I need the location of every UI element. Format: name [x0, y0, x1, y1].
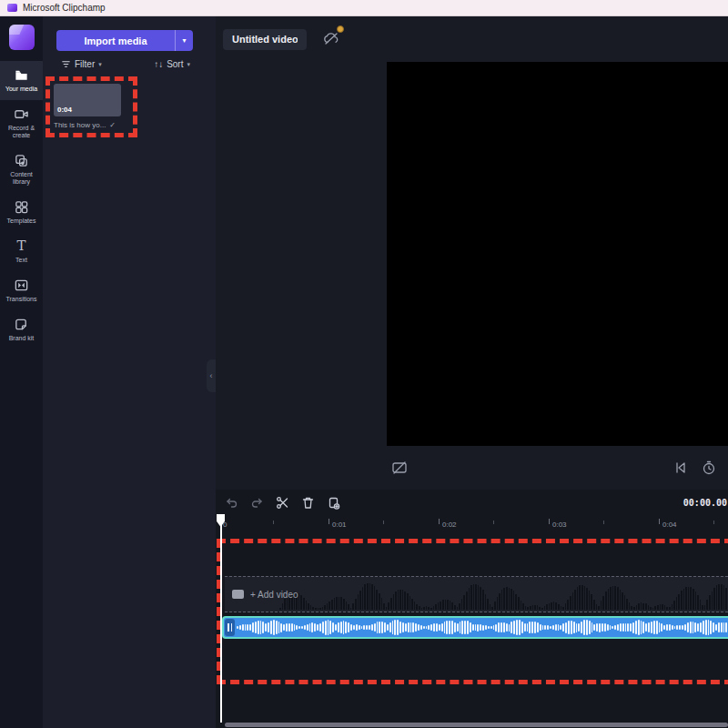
sidebar-item-label: Brand kit: [9, 335, 35, 342]
sidebar-item-label: Templates: [7, 217, 36, 225]
captions-toggle-button[interactable]: [391, 460, 408, 476]
redo-icon: [250, 496, 264, 510]
chevron-left-icon: ‹: [210, 371, 213, 380]
sidebar-item-label: Transitions: [6, 296, 37, 303]
chevron-down-icon: ▾: [98, 61, 102, 68]
ruler-tick-minor: [493, 521, 494, 524]
undo-icon: [225, 496, 238, 510]
app-root: Your media Record & create Content libra…: [0, 16, 728, 728]
scissors-icon: [276, 496, 289, 510]
video-preview[interactable]: [387, 62, 728, 446]
sidebar-item-transitions[interactable]: Transitions: [0, 271, 43, 310]
redo-button[interactable]: [250, 496, 264, 510]
filter-label: Filter: [75, 59, 95, 69]
window-title: Microsoft Clipchamp: [23, 3, 106, 13]
ruler-tick-minor: [713, 521, 714, 524]
timeline-toolbar: 00:00.00: [216, 490, 728, 515]
sort-arrows-icon: ↑↓: [154, 59, 163, 69]
timer-icon: [701, 460, 717, 476]
ruler-tick: [329, 519, 329, 524]
project-title-input[interactable]: [223, 29, 307, 50]
film-icon: [232, 590, 244, 599]
media-item-highlight: 0:04 This is how yo... ✓: [46, 76, 137, 137]
preview-area: [216, 62, 728, 446]
audio-clip[interactable]: [222, 616, 728, 639]
camera-icon: [14, 106, 29, 122]
filter-button[interactable]: Filter ▾: [61, 59, 102, 69]
preview-right-controls: [672, 460, 717, 476]
ruler-tick-minor: [273, 521, 274, 524]
timeline-scrollbar-thumb: [225, 723, 728, 727]
sidebar-item-label: Text: [15, 257, 27, 264]
timeline-ruler[interactable]: 0 0:01 0:02 0:03 0:04: [216, 515, 728, 539]
sort-label: Sort: [167, 59, 183, 69]
media-item-title: This is how yo...: [54, 121, 106, 129]
ruler-tick-minor: [603, 521, 604, 524]
captions-off-icon: [391, 460, 408, 476]
text-icon: T: [16, 238, 25, 254]
templates-icon: [14, 199, 29, 215]
chevron-down-icon: ▾: [187, 61, 190, 68]
audio-waveform: [237, 618, 728, 637]
delete-button[interactable]: [301, 496, 315, 510]
ruler-tick: [439, 519, 440, 524]
sidebar-item-record-create[interactable]: Record & create: [0, 100, 43, 147]
playhead[interactable]: [217, 514, 226, 723]
sidebar-item-text[interactable]: T Text: [0, 232, 43, 271]
playhead-line: [220, 525, 222, 723]
brand-kit-icon: [14, 317, 29, 332]
sidebar-item-your-media[interactable]: Your media: [0, 61, 43, 100]
ghost-video-preview: [279, 579, 728, 610]
sidebar-item-label: Your media: [5, 86, 37, 93]
ruler-label: 0:01: [332, 521, 347, 529]
sidebar-item-brand-kit[interactable]: Brand kit: [0, 310, 43, 349]
folder-icon: [14, 67, 29, 83]
sidebar: Your media Record & create Content libra…: [0, 16, 43, 728]
media-item-duration: 0:04: [57, 106, 72, 114]
duplicate-icon: [327, 496, 340, 510]
ruler-label: 0:04: [662, 521, 677, 529]
skip-to-start-icon: [672, 460, 689, 476]
clipchamp-app-logo[interactable]: [9, 25, 35, 50]
timeline: 00:00.00 0 0:01 0:02 0:03 0:04: [216, 490, 728, 728]
trash-icon: [301, 496, 315, 510]
undo-button[interactable]: [225, 496, 238, 510]
timeline-scrollbar[interactable]: [225, 723, 728, 728]
import-media-button[interactable]: Import media: [56, 30, 175, 51]
clipchamp-logo-icon: [7, 4, 17, 12]
cloud-off-icon: [323, 31, 339, 46]
trim-handle-left[interactable]: [225, 619, 235, 636]
import-media-dropdown-button[interactable]: ▾: [175, 30, 193, 51]
import-media-split-button: Import media ▾: [56, 30, 193, 51]
skip-to-start-button[interactable]: [672, 460, 689, 476]
sidebar-item-label: Record & create: [1, 125, 42, 139]
timeline-current-time: 00:00.00: [683, 498, 727, 508]
add-video-track[interactable]: + Add video: [225, 576, 728, 612]
duplicate-button[interactable]: [327, 496, 340, 510]
split-button[interactable]: [276, 496, 289, 510]
add-video-label: + Add video: [250, 590, 298, 600]
main-area: 00:00.00 0 0:01 0:02 0:03 0:04: [216, 16, 728, 728]
sort-button[interactable]: ↑↓ Sort ▾: [154, 59, 190, 69]
timer-button[interactable]: [701, 460, 717, 476]
media-item-thumbnail[interactable]: 0:04: [54, 84, 121, 116]
timeline-tracks: + Add video: [216, 539, 728, 723]
transitions-icon: [14, 278, 29, 293]
chevron-down-icon: ▾: [182, 36, 186, 45]
preview-controls: [216, 446, 728, 490]
media-item-title-row: This is how yo... ✓: [54, 121, 129, 129]
ruler-tick: [659, 519, 660, 524]
premium-badge-icon: [337, 25, 344, 33]
sidebar-item-templates[interactable]: Templates: [0, 193, 43, 232]
ruler-label: 0:02: [442, 521, 457, 529]
panel-collapse-handle[interactable]: ‹: [207, 359, 216, 392]
window-titlebar: Microsoft Clipchamp: [0, 0, 728, 16]
media-panel: Import media ▾ Filter ▾ ↑↓ Sort ▾ 0:04 T…: [43, 16, 216, 728]
ruler-tick: [549, 519, 550, 524]
sidebar-item-label: Content library: [1, 171, 42, 186]
ruler-tick-minor: [383, 521, 384, 524]
cloud-sync-off-button[interactable]: [323, 31, 341, 47]
library-icon: [14, 153, 29, 168]
sidebar-item-content-library[interactable]: Content library: [0, 147, 43, 193]
ruler-label: 0:03: [552, 521, 567, 529]
